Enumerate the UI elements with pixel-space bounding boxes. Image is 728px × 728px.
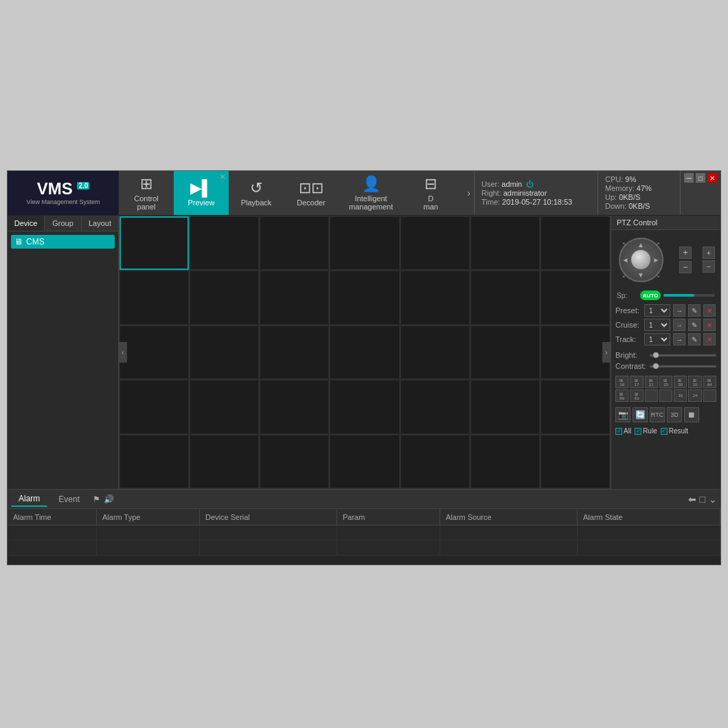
ptz-auto-button[interactable]: AUTO xyxy=(640,291,661,300)
ptz-3d-button[interactable]: 3D xyxy=(667,407,682,422)
video-cell-4-7[interactable] xyxy=(541,380,610,433)
ptz-preset-go-button[interactable]: → xyxy=(673,304,685,317)
tab-decoder[interactable]: ⊡⊡ Decoder xyxy=(284,171,339,215)
ptz-rotate-button[interactable]: 🔄 xyxy=(633,407,648,422)
alarm-flag-icon[interactable]: ⚑ xyxy=(93,494,100,504)
tree-item-cms[interactable]: 🖥 CMS xyxy=(11,235,115,249)
tab-control-panel[interactable]: ⊞ Controlpanel xyxy=(119,171,174,215)
ptz-grid-btn-99[interactable]: ⊞99 xyxy=(615,389,628,402)
ptz-preset-delete-button[interactable]: ✕ xyxy=(703,304,716,317)
video-cell-3-4[interactable] xyxy=(330,326,399,379)
ptz-grid-btn-43[interactable]: ⊞43 xyxy=(630,389,643,402)
ptz-corner-bl[interactable]: ↙ xyxy=(622,273,627,279)
alarm-tab-alarm[interactable]: Alarm xyxy=(11,491,47,507)
close-button[interactable]: ✕ xyxy=(707,173,717,183)
ptz-bright-slider[interactable] xyxy=(650,354,716,356)
video-cell-5-4[interactable] xyxy=(330,435,399,488)
ptz-cruise-set-button[interactable]: ✎ xyxy=(688,319,701,331)
tab-preview[interactable]: ✕ ▶▌ Preview xyxy=(174,171,229,215)
ptz-grid-btn-16b[interactable]: 16 xyxy=(674,389,687,402)
ptz-grid-btn-b4[interactable] xyxy=(659,389,672,402)
ptz-checkbox-result[interactable]: ✓ Result xyxy=(661,427,688,435)
preview-close-icon[interactable]: ✕ xyxy=(220,173,225,181)
sidebar-tab-device[interactable]: Device xyxy=(8,216,45,231)
ptz-right-arrow[interactable]: ► xyxy=(653,256,660,264)
alarm-sound-icon[interactable]: 🔊 xyxy=(104,494,114,504)
ptz-track-delete-button[interactable]: ✕ xyxy=(703,333,716,345)
video-cell-2-1[interactable] xyxy=(120,271,189,324)
video-cell-4-1[interactable] xyxy=(120,380,189,433)
minimize-button[interactable]: ─ xyxy=(684,173,694,183)
ptz-grid-btn-b7[interactable] xyxy=(703,389,716,402)
restore-button[interactable]: □ xyxy=(696,173,705,183)
video-cell-2-3[interactable] xyxy=(260,271,329,324)
video-cell-5-5[interactable] xyxy=(400,435,470,488)
ptz-corner-br[interactable]: ↘ xyxy=(655,273,660,279)
ptz-grid-btn-64[interactable]: ⊞64 xyxy=(703,376,716,388)
video-cell-3-3[interactable] xyxy=(260,326,329,379)
video-cell-1-3[interactable] xyxy=(260,216,329,270)
video-cell-5-6[interactable] xyxy=(470,435,540,488)
tab-intelligent[interactable]: 👤 Intelligentmanagement xyxy=(339,171,403,215)
ptz-grid-btn-25[interactable]: ⊞25 xyxy=(659,376,672,388)
tab-device-man[interactable]: ⊟ Dman xyxy=(403,171,458,215)
ptz-grid-btn-16[interactable]: ⊞16 xyxy=(615,376,628,388)
alarm-square-icon[interactable]: □ xyxy=(700,494,705,505)
video-cell-2-4[interactable] xyxy=(330,271,399,324)
video-cell-5-3[interactable] xyxy=(260,435,329,488)
ptz-cruise-select[interactable]: 1 xyxy=(644,319,670,331)
sidebar-tab-group[interactable]: Group xyxy=(45,216,82,231)
video-cell-3-7[interactable] xyxy=(541,326,610,379)
video-cell-2-2[interactable] xyxy=(190,271,259,324)
ptz-checkbox-rule[interactable]: ✓ Rule xyxy=(635,427,657,435)
ptz-up-arrow[interactable]: ▲ xyxy=(637,241,644,249)
video-cell-3-5[interactable] xyxy=(400,326,470,379)
ptz-track-set-button[interactable]: ✎ xyxy=(688,333,701,345)
ptz-checkbox-all[interactable]: ✓ All xyxy=(615,427,631,435)
video-cell-1-1[interactable] xyxy=(120,216,189,270)
ptz-rtc-button[interactable]: RTC xyxy=(650,407,665,422)
ptz-stop-button[interactable]: ⏹ xyxy=(684,407,699,422)
video-cell-4-3[interactable] xyxy=(260,380,329,433)
video-cell-1-7[interactable] xyxy=(541,216,610,270)
alarm-arrow-left-icon[interactable]: ⬅ xyxy=(688,494,696,505)
ptz-preset-set-button[interactable]: ✎ xyxy=(688,304,701,317)
ptz-zoom-in-button[interactable]: + xyxy=(679,247,692,259)
video-cell-4-2[interactable] xyxy=(190,380,259,433)
ptz-cruise-go-button[interactable]: → xyxy=(673,319,685,331)
sidebar-tab-layout[interactable]: Layout xyxy=(82,216,118,231)
ptz-grid-btn-17[interactable]: ⊞17 xyxy=(630,376,643,388)
ptz-focus-down-button[interactable]: − xyxy=(703,260,715,273)
video-cell-3-6[interactable] xyxy=(470,326,540,379)
ptz-grid-btn-30[interactable]: ⊞30 xyxy=(674,376,687,388)
ptz-grid-btn-24[interactable]: 24 xyxy=(688,389,701,402)
video-cell-1-2[interactable] xyxy=(190,216,259,270)
ptz-left-arrow[interactable]: ◄ xyxy=(622,256,629,264)
ptz-snapshot-button[interactable]: 📷 xyxy=(615,407,630,422)
ptz-grid-btn-b3[interactable] xyxy=(645,389,658,402)
ptz-contrast-slider[interactable] xyxy=(650,365,716,367)
ptz-track-select[interactable]: 1 xyxy=(644,333,670,345)
ptz-checkbox-result-box[interactable]: ✓ xyxy=(661,428,668,435)
ptz-speed-track[interactable] xyxy=(663,294,715,297)
video-cell-4-6[interactable] xyxy=(470,380,540,433)
ptz-joystick[interactable]: ↖ ↗ ↙ ↘ ▲ ▼ ◄ ► xyxy=(617,236,665,284)
ptz-down-arrow[interactable]: ▼ xyxy=(637,271,644,279)
tab-playback[interactable]: ↺ Playback xyxy=(229,171,284,215)
user-logout-icon[interactable]: ⏻ xyxy=(526,180,534,188)
ptz-zoom-out-button[interactable]: − xyxy=(679,261,692,273)
nav-right-arrow[interactable]: › xyxy=(464,171,474,215)
video-cell-1-4[interactable] xyxy=(330,216,399,270)
ptz-cruise-delete-button[interactable]: ✕ xyxy=(703,319,716,331)
alarm-chevron-down-icon[interactable]: ⌄ xyxy=(709,494,717,505)
video-cell-3-1[interactable] xyxy=(120,326,189,379)
ptz-checkbox-rule-box[interactable]: ✓ xyxy=(635,428,641,435)
ptz-checkbox-all-box[interactable]: ✓ xyxy=(615,428,622,435)
video-cell-2-7[interactable] xyxy=(541,271,610,324)
video-cell-2-5[interactable] xyxy=(400,271,470,324)
alarm-tab-event[interactable]: Event xyxy=(51,492,87,507)
video-cell-2-6[interactable] xyxy=(470,271,540,324)
video-cell-5-7[interactable] xyxy=(541,435,610,488)
video-cell-1-6[interactable] xyxy=(470,216,540,270)
video-cell-1-5[interactable] xyxy=(400,216,470,270)
